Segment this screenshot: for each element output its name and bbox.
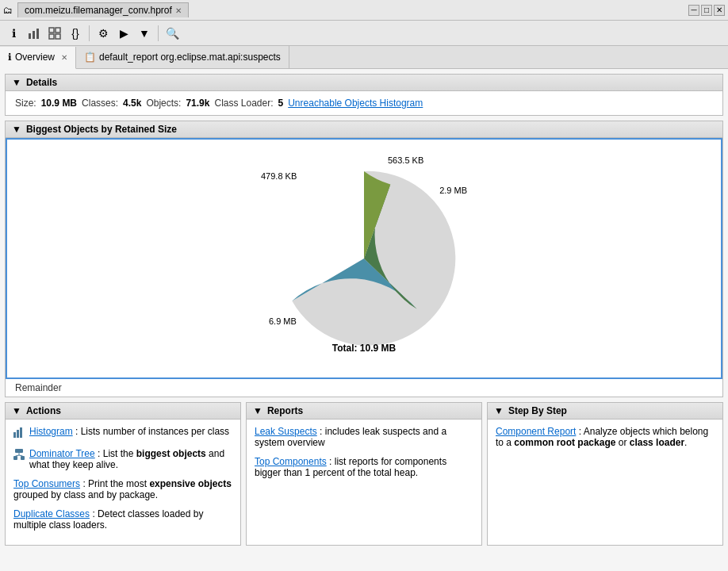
tab-overview-icon: ℹ xyxy=(8,52,12,63)
tab-report-label: default_report org.eclipse.mat.api:suspe… xyxy=(99,52,281,63)
tab-overview-close[interactable]: ✕ xyxy=(61,53,67,62)
toolbar-separator-2 xyxy=(158,25,159,41)
svg-rect-10 xyxy=(15,449,23,453)
reports-content: Leak Suspects : includes leak suspects a… xyxy=(247,420,481,492)
tab-overview[interactable]: ℹ Overview ✕ xyxy=(0,47,76,69)
title-bar: 🗂 com.meizu.filemanager_conv.hprof ✕ ─ □… xyxy=(0,0,728,21)
details-row: Size: 10.9 MB Classes: 4.5k Objects: 71.… xyxy=(15,98,713,109)
svg-rect-12 xyxy=(13,456,17,460)
step-component-report: Component Report : Analyze objects which… xyxy=(496,426,715,448)
histogram-text: Histogram : Lists number of instances pe… xyxy=(29,426,229,437)
leak-suspects-link[interactable]: Leak Suspects xyxy=(255,426,317,437)
settings-icon[interactable]: ⚙ xyxy=(94,25,112,42)
histogram-icon xyxy=(13,427,25,440)
toolbar: ℹ {} ⚙ ▶ ▼ 🔍 xyxy=(0,21,728,46)
actions-title: Actions xyxy=(26,405,61,416)
duplicate-classes-link[interactable]: Duplicate Classes xyxy=(13,508,90,519)
actions-content: Histogram : Lists number of instances pe… xyxy=(6,420,240,545)
histogram-desc: : Lists number of instances per class xyxy=(73,426,229,437)
close-button[interactable]: ✕ xyxy=(714,5,725,16)
details-header[interactable]: ▼ Details xyxy=(6,75,722,91)
component-report-bold2: class loader xyxy=(630,437,684,448)
svg-line-15 xyxy=(19,455,23,456)
chart-icon[interactable] xyxy=(25,25,43,42)
action-dominator: Dominator Tree : List the biggest object… xyxy=(13,448,232,470)
top-consumers-text: Top Consumers : Print the most expensive… xyxy=(13,478,232,500)
toolbar-separator-1 xyxy=(89,25,90,41)
size-value: 10.9 MB xyxy=(41,98,77,109)
run-dropdown-icon[interactable]: ▼ xyxy=(136,25,153,42)
tabs-row: ℹ Overview ✕ 📋 default_report org.eclips… xyxy=(0,46,728,69)
unreachable-objects-link[interactable]: Unreachable Objects Histogram xyxy=(288,98,423,109)
reports-section: ▼ Reports Leak Suspects : includes leak … xyxy=(246,402,482,546)
three-col-section: ▼ Actions Histogram : Lists number of in… xyxy=(5,402,723,546)
top-components-text: Top Components : list reports for compon… xyxy=(255,456,473,478)
top-components-link[interactable]: Top Components xyxy=(255,456,327,467)
action-duplicate-classes: Duplicate Classes : Detect classes loade… xyxy=(13,508,232,531)
report-top-components: Top Components : list reports for compon… xyxy=(255,456,473,478)
biggest-objects-header[interactable]: ▼ Biggest Objects by Retained Size xyxy=(6,121,722,138)
leak-suspects-text: Leak Suspects : includes leak suspects a… xyxy=(255,426,473,448)
step-title: Step By Step xyxy=(508,405,567,416)
info-icon[interactable]: ℹ xyxy=(5,25,22,42)
label-6-9mb: 6.9 MB xyxy=(269,316,297,326)
svg-rect-9 xyxy=(20,427,22,438)
reports-header: ▼ Reports xyxy=(247,403,481,420)
classloader-label: Class Loader: xyxy=(214,98,273,109)
svg-rect-0 xyxy=(29,33,31,39)
component-report-link[interactable]: Component Report xyxy=(496,426,576,437)
component-report-bold1: common root package xyxy=(514,437,615,448)
details-title: Details xyxy=(26,77,57,88)
remainder-label: Remainder xyxy=(6,379,722,397)
dominator-icon xyxy=(13,449,25,462)
histogram-link[interactable]: Histogram xyxy=(29,426,73,437)
svg-rect-13 xyxy=(21,456,25,460)
step-collapse-icon: ▼ xyxy=(494,405,504,416)
svg-line-14 xyxy=(16,455,20,456)
svg-rect-7 xyxy=(13,432,16,438)
step-by-step-header: ▼ Step By Step xyxy=(488,403,722,420)
tab-report-icon: 📋 xyxy=(84,52,96,63)
tab-overview-label: Overview xyxy=(15,52,55,63)
pie-chart-container: 563.5 KB 479.8 KB 2.9 MB 6.9 MB xyxy=(245,155,483,362)
objects-label: Objects: xyxy=(146,98,181,109)
objects-value: 71.9k xyxy=(186,98,209,109)
top-consumers-link[interactable]: Top Consumers xyxy=(13,478,80,489)
tab-default-report[interactable]: 📋 default_report org.eclipse.mat.api:sus… xyxy=(76,46,289,68)
minimize-button[interactable]: ─ xyxy=(688,5,699,16)
biggest-objects-section: ▼ Biggest Objects by Retained Size 563.5… xyxy=(5,121,723,397)
dominator-bold: biggest objects xyxy=(136,448,206,459)
top-consumers-desc1: : Print the most xyxy=(80,478,149,489)
dominator-text: Dominator Tree : List the biggest object… xyxy=(29,448,232,470)
chart-total: Total: 10.9 MB xyxy=(332,343,396,354)
search-icon[interactable]: 🔍 xyxy=(163,25,181,42)
window-controls: ─ □ ✕ xyxy=(688,5,725,16)
svg-rect-2 xyxy=(36,29,39,39)
actions-header: ▼ Actions xyxy=(6,403,240,420)
component-report-desc2: or xyxy=(615,437,629,448)
dominator-link[interactable]: Dominator Tree xyxy=(29,448,95,459)
biggest-objects-collapse-icon: ▼ xyxy=(12,124,21,135)
label-479kb: 479.8 KB xyxy=(261,171,297,181)
label-2-9mb: 2.9 MB xyxy=(439,186,467,195)
duplicate-classes-text: Duplicate Classes : Detect classes loade… xyxy=(13,508,232,531)
svg-rect-4 xyxy=(56,28,60,33)
step-by-step-content: Component Report : Analyze objects which… xyxy=(488,420,722,462)
svg-rect-5 xyxy=(49,34,54,39)
biggest-objects-title: Biggest Objects by Retained Size xyxy=(26,124,177,135)
reports-collapse-icon: ▼ xyxy=(253,405,262,416)
file-tab-close[interactable]: ✕ xyxy=(175,6,182,15)
component-report-desc3: . xyxy=(684,437,687,448)
svg-rect-1 xyxy=(33,31,35,39)
details-collapse-icon: ▼ xyxy=(12,77,21,88)
maximize-button[interactable]: □ xyxy=(701,5,712,16)
classes-value: 4.5k xyxy=(123,98,141,109)
file-tab-label: com.meizu.filemanager_conv.hprof xyxy=(25,5,172,16)
run-icon[interactable]: ▶ xyxy=(115,25,132,42)
label-563kb: 563.5 KB xyxy=(388,155,423,165)
file-tab[interactable]: com.meizu.filemanager_conv.hprof ✕ xyxy=(17,2,189,17)
app-icon: 🗂 xyxy=(3,5,13,16)
code-icon[interactable]: {} xyxy=(67,25,84,42)
grid-icon[interactable] xyxy=(46,25,63,42)
actions-collapse-icon: ▼ xyxy=(12,405,21,416)
